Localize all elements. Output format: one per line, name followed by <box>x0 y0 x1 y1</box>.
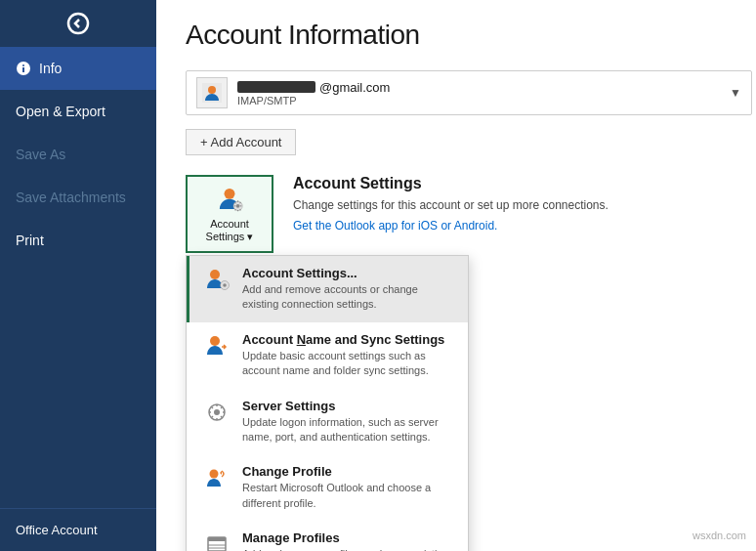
dropdown-item-server-settings[interactable]: Server Settings Update logon information… <box>187 389 468 455</box>
svg-point-19 <box>214 409 220 415</box>
svg-rect-9 <box>234 205 236 206</box>
sidebar-item-info-label: Info <box>39 61 62 76</box>
dropdown-item-manage-profiles[interactable]: Manage Profiles Add and remove profiles … <box>187 521 468 551</box>
svg-rect-30 <box>208 537 226 541</box>
change-profile-icon <box>203 464 231 491</box>
sidebar-item-office-account[interactable]: Office Account <box>0 508 156 551</box>
dropdown-item-name-sync-title: Account Name and Sync Settings <box>242 332 454 347</box>
email-redacted <box>237 81 315 93</box>
add-account-button[interactable]: + Add Account <box>186 129 296 155</box>
account-selector[interactable]: @gmail.com IMAP/SMTP ▼ <box>186 70 752 115</box>
back-button[interactable] <box>0 0 156 47</box>
svg-rect-7 <box>237 210 238 212</box>
svg-point-5 <box>236 204 240 208</box>
dropdown-item-account-settings[interactable]: Account Settings... Add and remove accou… <box>187 256 468 322</box>
settings-text: Account Settings Change settings for thi… <box>293 175 727 233</box>
settings-btn-wrapper: AccountSettings ▾ Account Se <box>186 175 273 253</box>
dropdown-item-manage-profiles-title: Manage Profiles <box>242 530 454 545</box>
sidebar-item-print-label: Print <box>16 233 44 248</box>
sidebar: Info Open & Export Save As Save Attachme… <box>0 0 156 551</box>
account-type: IMAP/SMTP <box>237 95 730 106</box>
dropdown-item-server-settings-text: Server Settings Update logon information… <box>242 399 454 445</box>
dropdown-item-name-sync-text: Account Name and Sync Settings Update ba… <box>242 332 454 379</box>
svg-point-28 <box>210 470 219 479</box>
svg-point-14 <box>210 270 220 279</box>
svg-point-16 <box>223 283 227 287</box>
dropdown-item-manage-profiles-desc: Add and remove profiles or change existi… <box>242 547 454 551</box>
selector-arrow-icon: ▼ <box>730 86 741 100</box>
svg-point-3 <box>225 189 235 199</box>
sidebar-office-account-label: Office Account <box>16 523 98 537</box>
dropdown-item-change-profile[interactable]: Change Profile Restart Microsoft Outlook… <box>187 454 468 521</box>
svg-point-17 <box>210 336 220 346</box>
sidebar-item-open-export[interactable]: Open & Export <box>0 90 156 133</box>
sidebar-item-print[interactable]: Print <box>0 219 156 262</box>
svg-line-26 <box>221 406 223 408</box>
email-domain: @gmail.com <box>319 80 390 95</box>
server-settings-icon <box>203 399 231 426</box>
dropdown-item-change-profile-desc: Restart Microsoft Outlook and choose a d… <box>242 481 454 511</box>
account-email: @gmail.com <box>237 80 730 95</box>
dropdown-item-server-settings-title: Server Settings <box>242 399 454 413</box>
svg-line-27 <box>212 416 214 418</box>
svg-point-0 <box>68 14 88 33</box>
sidebar-item-save-as-label: Save As <box>16 147 65 162</box>
dropdown-item-change-profile-text: Change Profile Restart Microsoft Outlook… <box>242 464 454 511</box>
dropdown-item-manage-profiles-text: Manage Profiles Add and remove profiles … <box>242 530 454 551</box>
settings-button-label: AccountSettings ▾ <box>206 218 254 243</box>
add-account-label: + Add Account <box>200 135 281 149</box>
settings-ios-android-link[interactable]: Get the Outlook app for iOS or Android. <box>293 219 497 233</box>
svg-rect-6 <box>237 200 238 202</box>
name-sync-icon <box>203 332 231 360</box>
manage-profiles-icon <box>203 530 231 551</box>
dropdown-item-account-settings-text: Account Settings... Add and remove accou… <box>242 266 454 313</box>
account-settings-button[interactable]: AccountSettings ▾ <box>186 175 273 253</box>
account-settings-section: AccountSettings ▾ Account Se <box>186 175 727 253</box>
main-content: Account Information @gmail.com IMAP/SMTP… <box>156 0 756 551</box>
account-settings-dropdown: Account Settings... Add and remove accou… <box>186 255 469 551</box>
account-icon <box>196 77 228 108</box>
dropdown-item-change-profile-title: Change Profile <box>242 464 454 479</box>
svg-line-24 <box>212 406 214 408</box>
sidebar-item-save-as: Save As <box>0 133 156 176</box>
settings-description: Change settings for this account or set … <box>293 198 727 212</box>
dropdown-item-name-sync-desc: Update basic account settings such as ac… <box>242 349 454 379</box>
account-settings-icon <box>203 266 231 293</box>
dropdown-item-account-settings-desc: Add and remove accounts or change existi… <box>242 282 454 313</box>
svg-point-2 <box>208 86 216 94</box>
dropdown-item-account-settings-title: Account Settings... <box>242 266 454 280</box>
sidebar-spacer <box>0 262 156 508</box>
account-info: @gmail.com IMAP/SMTP <box>237 80 730 106</box>
svg-line-25 <box>221 416 223 418</box>
dropdown-item-server-settings-desc: Update logon information, such as server… <box>242 415 454 445</box>
sidebar-item-open-export-label: Open & Export <box>16 104 105 119</box>
dropdown-item-name-sync[interactable]: Account Name and Sync Settings Update ba… <box>187 322 468 389</box>
sidebar-item-save-attachments: Save Attachments <box>0 176 156 219</box>
settings-section-title: Account Settings <box>293 175 727 192</box>
sidebar-item-save-attachments-label: Save Attachments <box>16 190 126 205</box>
sidebar-item-info[interactable]: Info <box>0 47 156 90</box>
svg-rect-8 <box>240 205 242 206</box>
watermark: wsxdn.com <box>693 530 746 541</box>
page-title: Account Information <box>186 20 727 51</box>
